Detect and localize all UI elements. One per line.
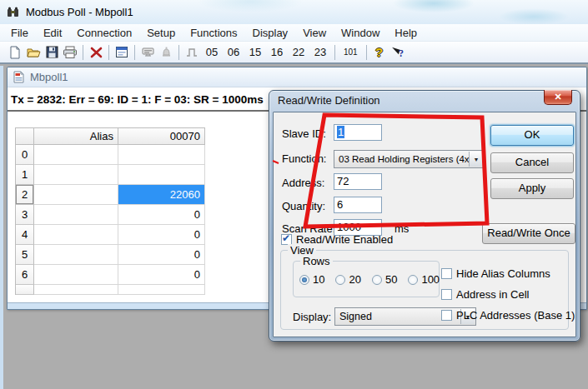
app-icon xyxy=(7,6,20,19)
rows-10-label: 10 xyxy=(313,273,324,286)
apply-button[interactable]: Apply xyxy=(490,178,574,199)
menu-functions[interactable]: Functions xyxy=(183,25,244,41)
help-icon[interactable]: ? xyxy=(370,43,389,62)
ok-button[interactable]: OK xyxy=(490,125,574,146)
menu-file[interactable]: File xyxy=(3,25,36,41)
function-dropdown[interactable]: 03 Read Holding Registers (4x)▼ xyxy=(334,150,485,168)
pulse-icon xyxy=(183,43,201,62)
row-header-0[interactable]: 0 xyxy=(16,145,34,165)
menu-display[interactable]: Display xyxy=(245,25,296,41)
chevron-down-icon[interactable]: ▼ xyxy=(469,152,483,167)
display-value: Signed xyxy=(339,311,372,322)
address-label: Address: xyxy=(282,177,324,189)
cancel-button[interactable]: Cancel xyxy=(490,152,574,173)
toolbar: 05 06 15 16 22 23 101 ? ? xyxy=(0,42,588,64)
function-16-button[interactable]: 16 xyxy=(266,46,288,58)
rows-group-label: Rows xyxy=(300,255,333,267)
plc-addresses-checkbox[interactable]: PLC Addresses (Base 1) xyxy=(441,309,575,322)
alias-cell[interactable] xyxy=(34,145,118,165)
radio-icon xyxy=(299,275,309,285)
close-icon[interactable]: ✕ xyxy=(544,90,572,105)
row-header-3[interactable]: 3 xyxy=(16,205,34,225)
value-column-header[interactable]: 00070 xyxy=(118,128,205,145)
value-cell[interactable]: 0 xyxy=(118,265,205,285)
address-in-cell-label: Address in Cell xyxy=(456,288,529,301)
radio-icon xyxy=(408,275,418,285)
function-value: 03 Read Holding Registers (4x) xyxy=(339,154,472,164)
address-field[interactable]: 72 xyxy=(334,173,382,190)
read-write-definition-dialog[interactable]: Read/Write Definition ✕ Slave ID: 1 Func… xyxy=(269,90,580,342)
context-help-icon[interactable]: ? xyxy=(389,43,407,62)
value-cell[interactable] xyxy=(118,165,205,185)
alias-cell[interactable] xyxy=(34,165,118,185)
print-icon[interactable] xyxy=(61,43,79,62)
alias-cell[interactable] xyxy=(34,185,118,205)
selected-value-cell[interactable]: 22060 xyxy=(118,185,205,205)
function-101-button[interactable]: 101 xyxy=(339,47,363,57)
row-header-5[interactable]: 5 xyxy=(16,245,34,265)
function-05-button[interactable]: 05 xyxy=(201,46,223,58)
alias-cell[interactable] xyxy=(34,245,118,265)
dialog-title: Read/Write Definition xyxy=(278,94,380,107)
hide-alias-columns-checkbox[interactable]: Hide Alias Columns xyxy=(441,267,550,280)
rows-group: Rows 10 20 50 100 xyxy=(293,261,440,297)
table-row: 5 0 xyxy=(16,245,205,265)
menu-view[interactable]: View xyxy=(295,25,334,41)
svg-text:?: ? xyxy=(399,47,404,59)
table-row: 2 22060 xyxy=(16,185,205,205)
new-doc-icon[interactable] xyxy=(6,43,24,62)
toolbar-separator xyxy=(334,45,335,60)
rows-20-radio[interactable]: 20 xyxy=(335,273,360,286)
grid-header-row: Alias 00070 xyxy=(16,128,205,145)
open-folder-icon[interactable] xyxy=(24,43,43,62)
address-in-cell-checkbox[interactable]: Address in Cell xyxy=(441,288,529,301)
alias-cell xyxy=(34,285,118,295)
grid-corner-cell xyxy=(16,128,34,145)
rows-50-radio[interactable]: 50 xyxy=(372,273,397,286)
value-cell[interactable]: 0 xyxy=(118,245,205,265)
table-row: 1 xyxy=(16,165,205,185)
rows-10-radio[interactable]: 10 xyxy=(299,273,324,286)
value-cell[interactable]: 0 xyxy=(118,225,205,245)
menu-edit[interactable]: Edit xyxy=(36,25,69,41)
window-title: Modbus Poll - Mbpoll1 xyxy=(26,6,133,18)
mbpoll1-title: Mbpoll1 xyxy=(30,71,68,83)
mbpoll1-title-bar[interactable]: Mbpoll1 xyxy=(8,67,586,87)
slave-id-field[interactable]: 1 xyxy=(334,124,382,141)
function-15-button[interactable]: 15 xyxy=(244,46,266,58)
table-row: 6 0 xyxy=(16,265,205,285)
function-06-button[interactable]: 06 xyxy=(223,46,244,58)
alias-cell[interactable] xyxy=(34,265,118,285)
disconnect-icon[interactable] xyxy=(87,43,105,62)
menu-setup[interactable]: Setup xyxy=(139,25,183,41)
row-header-2[interactable]: 2 xyxy=(16,185,34,205)
quantity-label: Quantity: xyxy=(282,200,325,212)
function-22-button[interactable]: 22 xyxy=(288,46,309,58)
comm-traffic-icon[interactable] xyxy=(138,43,157,62)
read-write-definition-icon[interactable] xyxy=(113,43,131,62)
menu-connection[interactable]: Connection xyxy=(69,25,139,41)
save-icon[interactable] xyxy=(43,43,61,62)
read-write-once-button[interactable]: Read/Write Once xyxy=(482,223,575,244)
value-cell[interactable] xyxy=(118,145,205,165)
toolbar-separator xyxy=(366,45,367,60)
value-cell[interactable]: 0 xyxy=(118,205,205,225)
rows-100-radio[interactable]: 100 xyxy=(408,273,440,286)
toolbar-separator xyxy=(83,45,83,60)
toolbar-separator xyxy=(108,45,109,60)
alias-column-header[interactable]: Alias xyxy=(34,128,118,145)
alias-cell[interactable] xyxy=(34,205,118,225)
row-header-1[interactable]: 1 xyxy=(16,165,34,185)
title-bar[interactable]: Modbus Poll - Mbpoll1 xyxy=(0,0,588,24)
quantity-field[interactable]: 6 xyxy=(334,197,382,213)
function-23-button[interactable]: 23 xyxy=(309,46,331,58)
menu-window[interactable]: Window xyxy=(334,25,387,41)
alias-cell[interactable] xyxy=(34,225,118,245)
menu-help[interactable]: Help xyxy=(387,25,425,41)
row-header-4[interactable]: 4 xyxy=(16,225,34,245)
plc-addresses-label: PLC Addresses (Base 1) xyxy=(456,309,575,322)
row-header-6[interactable]: 6 xyxy=(16,265,34,285)
modbus-poll-app: Modbus Poll - Mbpoll1 File Edit Connecti… xyxy=(0,0,588,389)
slave-id-label: Slave ID: xyxy=(282,127,326,140)
slave-id-value: 1 xyxy=(337,126,344,138)
